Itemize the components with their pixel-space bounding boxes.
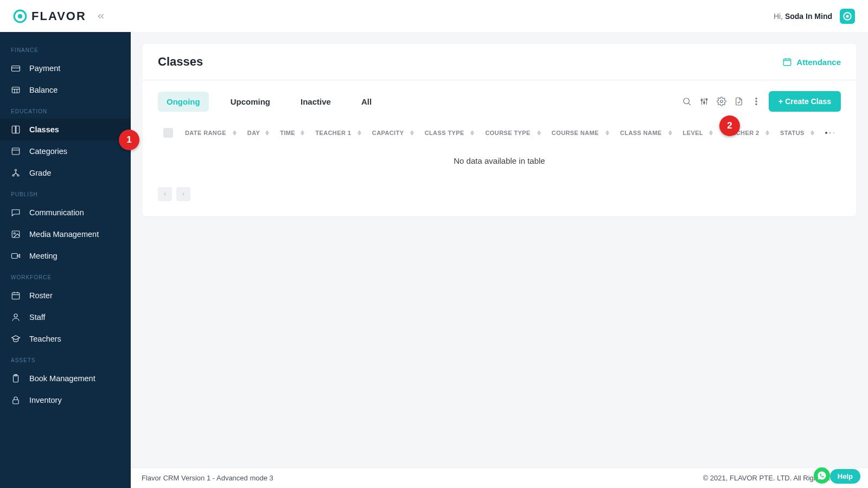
pager [158,187,841,201]
tab-upcoming[interactable]: Upcoming [222,92,279,112]
sidebar-item-label: Book Management [29,374,95,383]
whatsapp-button[interactable] [814,467,830,484]
ellipsis-icon [825,132,835,134]
user-icon [11,312,21,322]
column-level[interactable]: LEVEL [678,121,718,144]
search-icon[interactable] [682,97,692,106]
select-all-header[interactable] [158,121,180,144]
empty-message: No data available in table [158,144,841,177]
column-capacity[interactable]: CAPACITY [367,121,419,144]
column-date-range[interactable]: DATE RANGE [180,121,242,144]
column-more [820,121,841,144]
attendance-link[interactable]: Attendance [782,57,841,67]
svg-line-29 [688,103,690,105]
tab-inactive[interactable]: Inactive [292,92,340,112]
svg-marker-43 [265,133,269,135]
column-label: CLASS NAME [620,130,662,136]
svg-marker-47 [358,133,361,135]
sliders-icon[interactable] [699,97,709,106]
column-label: LEVEL [683,130,703,136]
column-label: COURSE TYPE [485,130,530,136]
tab-all[interactable]: All [353,92,380,112]
sidebar-item-inventory[interactable]: Inventory [0,389,131,411]
sidebar-item-label: Grade [29,169,51,177]
column-teacher-1[interactable]: TEACHER 1 [310,121,366,144]
pager-next[interactable] [176,187,190,201]
svg-marker-49 [410,133,414,135]
topbar-right: Hi, Soda In Mind [774,9,855,24]
column-status[interactable]: STATUS [775,121,820,144]
svg-marker-51 [470,133,474,135]
sidebar: FINANCEPaymentBalanceEDUCATIONClassesCat… [0,32,131,488]
sidebar-item-label: Categories [29,147,67,156]
lock-icon [11,395,21,405]
table-icon [11,85,21,95]
tabs: OngoingUpcomingInactiveAll [158,92,380,112]
svg-point-1 [18,14,23,18]
column-class-name[interactable]: CLASS NAME [615,121,678,144]
more-icon[interactable] [751,97,761,106]
column-label: CLASS TYPE [425,130,464,136]
svg-rect-10 [12,148,20,155]
user-avatar[interactable] [840,9,855,24]
brand-logo[interactable]: FLAVOR [13,9,86,23]
sidebar-item-balance[interactable]: Balance [0,79,131,101]
book-icon [11,125,21,134]
window-icon [11,146,21,156]
svg-point-38 [756,101,757,102]
gear-icon[interactable] [717,97,726,106]
svg-marker-61 [765,133,769,135]
page-title: Classes [158,55,203,69]
select-all-checkbox[interactable] [163,128,173,138]
svg-rect-19 [12,293,20,299]
column-label: TIME [280,130,295,136]
sidebar-item-label: Staff [29,313,46,322]
svg-rect-15 [12,231,20,237]
sidebar-item-staff[interactable]: Staff [0,306,131,328]
tutorial-marker-2: 2 [719,115,740,136]
svg-point-3 [846,15,848,17]
column-day[interactable]: DAY [242,121,275,144]
calendar-check-icon [782,57,792,67]
sidebar-item-media-management[interactable]: Media Management [0,223,131,245]
sidebar-item-teachers[interactable]: Teachers [0,328,131,350]
clipboard-icon [11,374,21,383]
sidebar-collapse-button[interactable] [96,11,106,21]
svg-point-39 [756,104,757,105]
help-button[interactable]: Help [830,469,860,484]
create-class-button[interactable]: + Create Class [769,91,841,112]
column-course-type[interactable]: COURSE TYPE [480,121,546,144]
svg-rect-4 [12,66,20,72]
svg-point-35 [706,99,707,100]
sidebar-item-book-management[interactable]: Book Management [0,368,131,389]
tutorial-marker-1: 1 [119,130,139,150]
greeting-prefix: Hi, [774,12,785,21]
tab-ongoing[interactable]: Ongoing [158,92,209,112]
column-time[interactable]: TIME [275,121,310,144]
sidebar-item-label: Meeting [29,252,58,260]
sidebar-item-payment[interactable]: Payment [0,57,131,79]
pager-prev[interactable] [158,187,172,201]
sidebar-item-label: Communication [29,208,84,217]
sidebar-item-communication[interactable]: Communication [0,202,131,223]
sidebar-item-classes[interactable]: Classes [0,119,131,140]
footer-version: Flavor CRM Version 1 - Advanced mode 3 [142,474,273,482]
calendar-icon [11,291,21,300]
sidebar-item-roster[interactable]: Roster [0,285,131,306]
sidebar-item-categories[interactable]: Categories [0,140,131,162]
svg-marker-53 [537,133,541,135]
column-course-name[interactable]: COURSE NAME [546,121,615,144]
sidebar-section-title: FINANCE [0,40,131,57]
svg-marker-59 [709,133,713,135]
column-label: STATUS [780,130,805,136]
svg-point-34 [704,102,705,104]
svg-rect-27 [784,59,792,66]
sidebar-item-label: Inventory [29,396,62,404]
svg-point-28 [684,98,690,104]
export-icon[interactable] [734,97,744,106]
column-class-type[interactable]: CLASS TYPE [419,121,480,144]
card-body: OngoingUpcomingInactiveAll + Create Clas… [143,80,856,216]
sidebar-item-meeting[interactable]: Meeting [0,245,131,267]
sidebar-item-grade[interactable]: Grade [0,162,131,184]
cap-icon [11,334,21,344]
